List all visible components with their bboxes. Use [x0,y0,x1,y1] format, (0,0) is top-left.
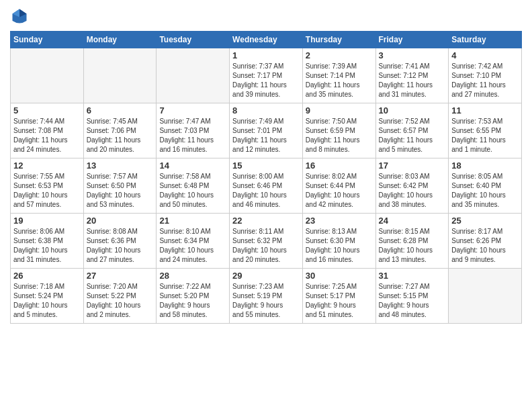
day-cell [83,48,157,103]
day-cell: 21Sunrise: 8:10 AM Sunset: 6:34 PM Dayli… [157,214,230,269]
day-info: Sunrise: 8:17 AM Sunset: 6:26 PM Dayligh… [451,227,519,265]
day-number: 26 [13,271,81,281]
day-cell: 20Sunrise: 8:08 AM Sunset: 6:36 PM Dayli… [83,214,157,269]
day-number: 19 [13,216,81,226]
day-number: 13 [87,161,154,171]
week-row-5: 26Sunrise: 7:18 AM Sunset: 5:24 PM Dayli… [11,269,522,324]
day-header-friday: Friday [375,32,449,48]
day-number: 18 [451,161,519,171]
day-number: 3 [379,50,446,60]
day-number: 14 [159,161,226,171]
day-info: Sunrise: 8:10 AM Sunset: 6:34 PM Dayligh… [159,227,226,265]
day-number: 17 [379,161,446,171]
logo [10,7,32,26]
day-cell: 12Sunrise: 7:55 AM Sunset: 6:53 PM Dayli… [11,158,84,214]
day-info: Sunrise: 7:53 AM Sunset: 6:55 PM Dayligh… [451,117,519,154]
day-number: 28 [159,271,226,281]
day-number: 6 [87,105,154,116]
day-cell: 26Sunrise: 7:18 AM Sunset: 5:24 PM Dayli… [11,269,84,324]
day-number: 11 [451,105,519,116]
logo-icon [10,7,29,26]
day-number: 8 [232,105,300,116]
day-number: 16 [306,161,373,171]
day-info: Sunrise: 8:06 AM Sunset: 6:38 PM Dayligh… [13,227,81,265]
day-cell: 17Sunrise: 8:03 AM Sunset: 6:42 PM Dayli… [375,158,449,214]
day-cell: 1Sunrise: 7:37 AM Sunset: 7:17 PM Daylig… [230,48,303,103]
day-number: 2 [306,50,373,60]
week-row-1: 1Sunrise: 7:37 AM Sunset: 7:17 PM Daylig… [11,48,522,103]
day-cell [157,48,230,103]
day-info: Sunrise: 7:55 AM Sunset: 6:53 PM Dayligh… [13,172,81,210]
day-header-tuesday: Tuesday [157,32,230,48]
day-header-saturday: Saturday [449,32,522,48]
day-info: Sunrise: 7:22 AM Sunset: 5:20 PM Dayligh… [159,282,226,320]
day-number: 30 [306,271,373,281]
day-cell: 6Sunrise: 7:45 AM Sunset: 7:06 PM Daylig… [83,103,157,158]
day-info: Sunrise: 7:44 AM Sunset: 7:08 PM Dayligh… [13,117,81,154]
day-number: 24 [379,216,446,226]
day-cell: 10Sunrise: 7:52 AM Sunset: 6:57 PM Dayli… [375,103,449,158]
day-info: Sunrise: 7:58 AM Sunset: 6:48 PM Dayligh… [159,172,226,210]
day-header-sunday: Sunday [11,32,84,48]
day-header-thursday: Thursday [302,32,375,48]
day-cell: 4Sunrise: 7:42 AM Sunset: 7:10 PM Daylig… [449,48,522,103]
day-info: Sunrise: 8:03 AM Sunset: 6:42 PM Dayligh… [379,172,446,210]
page-container: SundayMondayTuesdayWednesdayThursdayFrid… [0,0,532,330]
day-cell: 24Sunrise: 8:15 AM Sunset: 6:28 PM Dayli… [375,214,449,269]
day-info: Sunrise: 7:27 AM Sunset: 5:15 PM Dayligh… [379,282,446,320]
day-cell: 11Sunrise: 7:53 AM Sunset: 6:55 PM Dayli… [449,103,522,158]
day-cell: 23Sunrise: 8:13 AM Sunset: 6:30 PM Dayli… [302,214,375,269]
day-cell: 22Sunrise: 8:11 AM Sunset: 6:32 PM Dayli… [230,214,303,269]
week-row-2: 5Sunrise: 7:44 AM Sunset: 7:08 PM Daylig… [11,103,522,158]
day-cell: 15Sunrise: 8:00 AM Sunset: 6:46 PM Dayli… [230,158,303,214]
day-cell: 27Sunrise: 7:20 AM Sunset: 5:22 PM Dayli… [83,269,157,324]
day-info: Sunrise: 7:47 AM Sunset: 7:03 PM Dayligh… [159,117,226,154]
header [10,7,522,26]
day-number: 12 [13,161,81,171]
day-number: 25 [451,216,519,226]
day-info: Sunrise: 7:39 AM Sunset: 7:14 PM Dayligh… [306,62,373,99]
day-number: 23 [306,216,373,226]
day-header-wednesday: Wednesday [230,32,303,48]
day-cell: 3Sunrise: 7:41 AM Sunset: 7:12 PM Daylig… [375,48,449,103]
day-header-monday: Monday [83,32,157,48]
day-cell [449,269,522,324]
day-info: Sunrise: 8:11 AM Sunset: 6:32 PM Dayligh… [232,227,300,265]
day-info: Sunrise: 7:49 AM Sunset: 7:01 PM Dayligh… [232,117,300,154]
calendar-table: SundayMondayTuesdayWednesdayThursdayFrid… [10,31,522,324]
day-cell: 9Sunrise: 7:50 AM Sunset: 6:59 PM Daylig… [302,103,375,158]
day-info: Sunrise: 8:15 AM Sunset: 6:28 PM Dayligh… [379,227,446,265]
day-cell: 30Sunrise: 7:25 AM Sunset: 5:17 PM Dayli… [302,269,375,324]
day-cell: 8Sunrise: 7:49 AM Sunset: 7:01 PM Daylig… [230,103,303,158]
day-number: 5 [13,105,81,116]
day-info: Sunrise: 7:42 AM Sunset: 7:10 PM Dayligh… [451,62,519,99]
day-number: 22 [232,216,300,226]
day-number: 10 [379,105,446,116]
week-row-4: 19Sunrise: 8:06 AM Sunset: 6:38 PM Dayli… [11,214,522,269]
day-info: Sunrise: 7:18 AM Sunset: 5:24 PM Dayligh… [13,282,81,320]
day-cell: 31Sunrise: 7:27 AM Sunset: 5:15 PM Dayli… [375,269,449,324]
day-number: 4 [451,50,519,60]
day-cell: 16Sunrise: 8:02 AM Sunset: 6:44 PM Dayli… [302,158,375,214]
day-info: Sunrise: 7:52 AM Sunset: 6:57 PM Dayligh… [379,117,446,154]
day-number: 21 [159,216,226,226]
day-number: 31 [379,271,446,281]
day-info: Sunrise: 7:25 AM Sunset: 5:17 PM Dayligh… [306,282,373,320]
header-row: SundayMondayTuesdayWednesdayThursdayFrid… [11,32,522,48]
day-cell: 13Sunrise: 7:57 AM Sunset: 6:50 PM Dayli… [83,158,157,214]
day-info: Sunrise: 7:57 AM Sunset: 6:50 PM Dayligh… [87,172,154,210]
day-cell: 5Sunrise: 7:44 AM Sunset: 7:08 PM Daylig… [11,103,84,158]
day-cell: 19Sunrise: 8:06 AM Sunset: 6:38 PM Dayli… [11,214,84,269]
day-info: Sunrise: 7:41 AM Sunset: 7:12 PM Dayligh… [379,62,446,99]
day-cell: 28Sunrise: 7:22 AM Sunset: 5:20 PM Dayli… [157,269,230,324]
day-number: 7 [159,105,226,116]
day-cell: 2Sunrise: 7:39 AM Sunset: 7:14 PM Daylig… [302,48,375,103]
day-cell: 7Sunrise: 7:47 AM Sunset: 7:03 PM Daylig… [157,103,230,158]
day-cell: 29Sunrise: 7:23 AM Sunset: 5:19 PM Dayli… [230,269,303,324]
day-cell [11,48,84,103]
day-info: Sunrise: 7:45 AM Sunset: 7:06 PM Dayligh… [87,117,154,154]
day-cell: 14Sunrise: 7:58 AM Sunset: 6:48 PM Dayli… [157,158,230,214]
day-info: Sunrise: 7:20 AM Sunset: 5:22 PM Dayligh… [87,282,154,320]
day-number: 29 [232,271,300,281]
day-info: Sunrise: 8:02 AM Sunset: 6:44 PM Dayligh… [306,172,373,210]
